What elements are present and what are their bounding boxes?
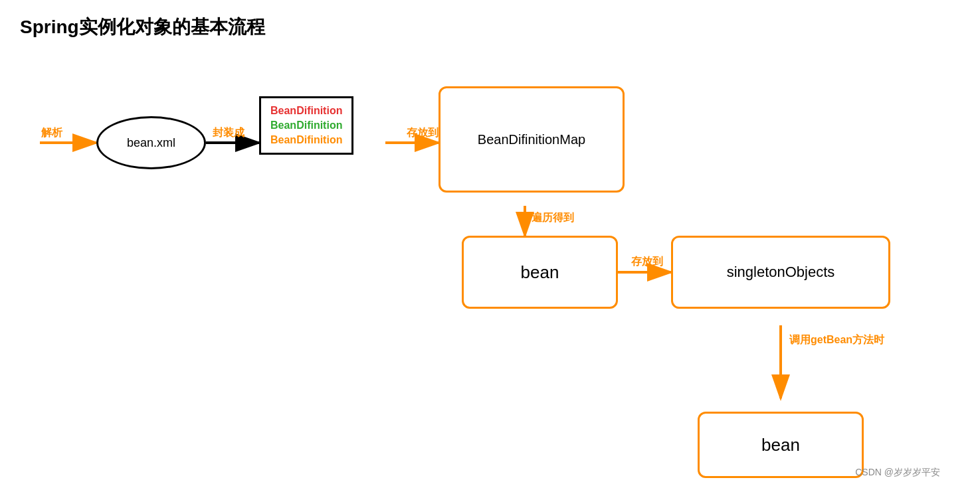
bean-box-2: bean — [698, 412, 864, 478]
bean-definition-map-label: BeanDifinitionMap — [478, 132, 585, 147]
label-encapsulate: 封装成 — [213, 126, 245, 140]
bean-definition-box: BeanDifinition BeanDifinition BeanDifini… — [259, 96, 353, 155]
bean-xml-ellipse: bean.xml — [96, 116, 206, 169]
bean-box-1: bean — [462, 236, 618, 309]
bean-def-text-3: BeanDifinition — [270, 134, 342, 146]
page-title: Spring实例化对象的基本流程 — [20, 15, 265, 40]
watermark: CSDN @岁岁岁平安 — [855, 467, 940, 479]
label-parse: 解析 — [41, 126, 62, 140]
bean-def-text-2: BeanDifinition — [270, 120, 342, 131]
bean-def-text-1: BeanDifinition — [270, 105, 342, 117]
diagram-container: Spring实例化对象的基本流程 bean.xml BeanDifinition — [0, 0, 980, 488]
label-traverse: 遍历得到 — [532, 211, 574, 225]
bean-xml-label: bean.xml — [127, 136, 175, 150]
singleton-objects-label: singletonObjects — [727, 264, 835, 281]
bean-label-1: bean — [521, 262, 559, 283]
bean-label-2: bean — [761, 435, 800, 455]
label-store-1: 存放到 — [407, 126, 439, 140]
label-store-2: 存放到 — [631, 255, 663, 269]
bean-definition-map-box: BeanDifinitionMap — [439, 86, 625, 193]
singleton-objects-box: singletonObjects — [671, 236, 890, 309]
label-get-bean: 调用getBean方法时 — [789, 333, 884, 347]
